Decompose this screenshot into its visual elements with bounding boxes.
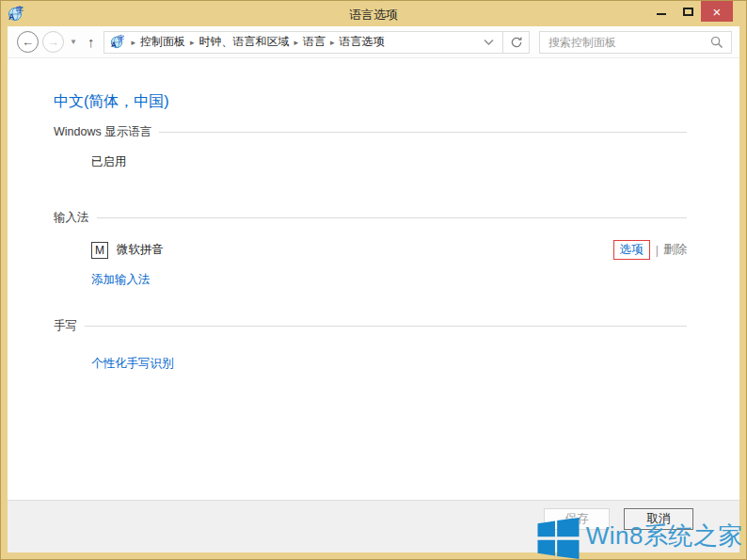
- refresh-icon: [510, 36, 523, 49]
- ime-name: 微软拼音: [117, 242, 164, 258]
- refresh-button[interactable]: [502, 31, 530, 54]
- forward-button[interactable]: →: [42, 31, 64, 53]
- watermark-text: Win8系统之家: [586, 520, 743, 552]
- svg-text:A: A: [111, 40, 117, 49]
- page-title: 中文(简体，中国): [54, 92, 687, 112]
- breadcrumb-item-control-panel[interactable]: 控制面板: [140, 34, 185, 50]
- chevron-down-icon: [484, 39, 494, 46]
- display-language-label: Windows 显示语言: [54, 124, 151, 140]
- personalize-handwriting-link[interactable]: 个性化手写识别: [91, 357, 174, 370]
- breadcrumb-item-language-options[interactable]: 语言选项: [340, 34, 385, 50]
- window-body: ← → ▼ ↑ A 字 控制面板 时钟、语言和区域 语言 语言选项: [8, 26, 739, 552]
- section-divider: [97, 217, 688, 218]
- watermark: Win8系统之家: [537, 518, 743, 559]
- breadcrumb-chevron-icon[interactable]: [185, 38, 199, 47]
- back-arrow-icon: ←: [22, 35, 34, 49]
- breadcrumb[interactable]: A 字 控制面板 时钟、语言和区域 语言 语言选项: [103, 31, 503, 54]
- breadcrumb-chevron-icon[interactable]: [126, 38, 140, 47]
- language-options-window: A 字 语言选项 × ← → ▼ ↑ A 字: [0, 0, 747, 560]
- add-input-method-row: 添加输入法: [91, 272, 687, 288]
- close-button[interactable]: ×: [701, 1, 733, 22]
- title-bar: A 字 语言选项 ×: [1, 1, 746, 26]
- ime-delete-link[interactable]: 删除: [663, 242, 687, 258]
- minimize-button[interactable]: [648, 1, 675, 22]
- breadcrumb-item-clock-language-region[interactable]: 时钟、语言和区域: [199, 34, 289, 50]
- section-divider: [85, 326, 687, 327]
- add-input-method-link[interactable]: 添加输入法: [91, 273, 151, 286]
- breadcrumb-chevron-icon[interactable]: [326, 38, 340, 47]
- main-content: 中文(简体，中国) Windows 显示语言 已启用 输入法 M 微软拼音 选项…: [8, 58, 739, 500]
- window-title: 语言选项: [1, 7, 746, 24]
- navigation-bar: ← → ▼ ↑ A 字 控制面板 时钟、语言和区域 语言 语言选项: [8, 26, 739, 58]
- address-dropdown-button[interactable]: [475, 39, 502, 46]
- ime-icon: M: [91, 242, 108, 259]
- forward-arrow-icon: →: [47, 35, 59, 49]
- language-icon: A 字: [110, 35, 124, 49]
- minimize-icon: [657, 13, 666, 15]
- ime-row: M 微软拼音 选项 | 删除: [91, 240, 687, 260]
- search-icon[interactable]: [708, 36, 731, 49]
- up-button[interactable]: ↑: [87, 34, 95, 50]
- annotation-highlight-box: 选项: [613, 240, 650, 260]
- link-separator: |: [656, 244, 659, 257]
- section-divider: [159, 132, 687, 133]
- search-input[interactable]: [540, 36, 708, 49]
- breadcrumb-item-language[interactable]: 语言: [303, 34, 326, 50]
- recent-pages-dropdown[interactable]: ▼: [70, 38, 77, 46]
- maximize-icon: [683, 8, 693, 16]
- ime-options-link[interactable]: 选项: [620, 243, 644, 256]
- ime-actions: 选项 | 删除: [613, 240, 687, 260]
- breadcrumb-chevron-icon[interactable]: [289, 38, 303, 47]
- display-language-section-header: Windows 显示语言: [54, 124, 687, 140]
- handwriting-label: 手写: [54, 318, 77, 334]
- handwriting-section-header: 手写: [54, 318, 687, 334]
- close-icon: ×: [713, 5, 722, 19]
- input-method-label: 输入法: [54, 210, 89, 226]
- maximize-button[interactable]: [675, 1, 701, 22]
- svg-text:字: 字: [118, 35, 124, 42]
- windows-logo-icon: [537, 518, 580, 559]
- input-method-section-header: 输入法: [54, 210, 687, 226]
- back-button[interactable]: ←: [17, 31, 39, 53]
- handwriting-row: 个性化手写识别: [91, 356, 687, 372]
- search-box: [539, 31, 732, 54]
- display-language-status: 已启用: [91, 154, 687, 170]
- window-controls: ×: [648, 1, 733, 22]
